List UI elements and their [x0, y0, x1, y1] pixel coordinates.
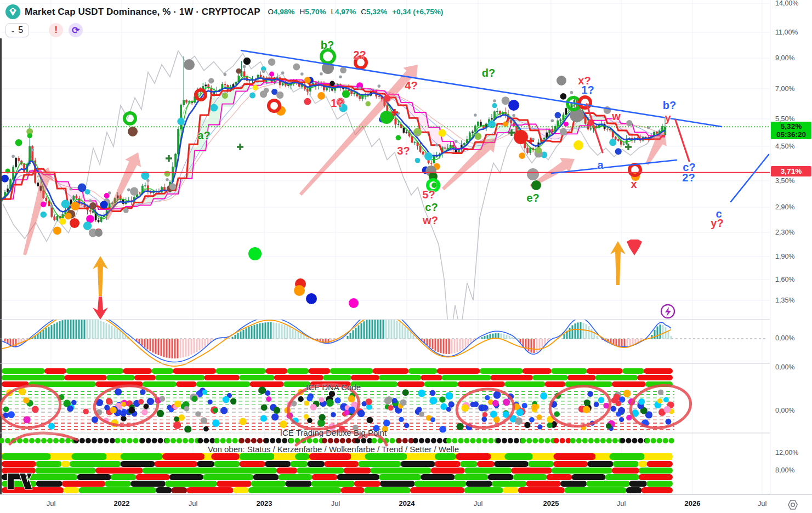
macd-pane [0, 309, 768, 366]
y-axis-tick: 4,50% [775, 142, 794, 150]
price-level-tag: 3,71% [771, 166, 811, 176]
bottom-legend-text: Von oben: Status / Kerzenfarbe / Wolkenf… [208, 444, 459, 454]
wave-label-x[interactable]: x [631, 178, 637, 191]
symbol-header: Market Cap USDT Dominance, % · 1W · CRYP… [5, 4, 443, 19]
close-value: 5,32% [366, 8, 387, 16]
price-axis[interactable]: 14,00%11,00%9,00%7,00%5,50%4,50%3,50%2,9… [770, 0, 812, 494]
x-axis-year-label: 2023 [257, 499, 272, 508]
cryptocap-logo-icon [5, 4, 20, 19]
open-value: 4,98% [274, 8, 294, 16]
x-axis-month-label: Jul [758, 499, 767, 508]
x-axis-year-label: 2025 [543, 499, 559, 508]
wave-label-cq[interactable]: c? [425, 201, 438, 214]
wave-label-w[interactable]: w [612, 110, 621, 123]
wave-label-y[interactable]: y [665, 112, 671, 124]
y-axis-tick: 1,60% [775, 276, 794, 283]
tradingview-chart-window: a?b?2?1?4?3?d?5?c?w?e?x?1?wyb?ac?2?xcy? … [0, 0, 812, 513]
y-axis-tick: 11,00% [775, 29, 798, 36]
open-label: O [268, 8, 274, 16]
y-axis-tick: 8,00% [775, 466, 794, 474]
x-axis-year-label: 2026 [685, 499, 701, 508]
drawn-arrow-icon[interactable] [105, 152, 141, 220]
y-axis-tick: 3,50% [775, 177, 794, 185]
y-axis-tick: 0,00% [775, 334, 794, 342]
refresh-icon[interactable]: ⟳ [69, 23, 83, 37]
y-axis-tick: 1,35% [775, 297, 794, 304]
high-label: H [299, 8, 305, 16]
x-axis-month-label: Jul [331, 499, 340, 508]
chart-left-edge [0, 38, 2, 494]
up-arrow-icon[interactable] [93, 256, 108, 296]
y-axis-tick: 0,00% [775, 363, 794, 371]
main-chart-canvas[interactable] [0, 0, 812, 513]
x-axis-month-label: Jul [474, 499, 483, 508]
x-axis-month-label: Jul [617, 499, 626, 508]
wave-label-dq[interactable]: d? [482, 67, 495, 79]
wave-label-aq[interactable]: a? [197, 129, 210, 142]
wave-label-4q[interactable]: 4? [405, 79, 417, 92]
y-axis-tick: 7,00% [775, 85, 794, 93]
close-label: C [361, 8, 366, 16]
red-projection-line [675, 120, 689, 161]
y-axis-tick: 14,00% [775, 0, 798, 7]
down-pennant-icon[interactable] [627, 240, 642, 255]
wave-label-1q[interactable]: 1? [581, 84, 594, 96]
wave-label-bq[interactable]: b? [663, 99, 676, 112]
wave-label-wq[interactable]: w? [423, 214, 438, 227]
lightning-icon[interactable] [661, 305, 674, 318]
wave-label-a[interactable]: a [597, 159, 603, 172]
bar-countdown: 05:36:20 [771, 130, 811, 139]
y-axis-tick: 2,30% [775, 229, 794, 236]
trendline [731, 155, 769, 202]
indicator-row: ⌄ 5 ! ⟳ [5, 23, 83, 37]
interval-value: 5 [18, 25, 23, 35]
low-label: L [331, 8, 335, 16]
wave-label-yq[interactable]: y? [711, 217, 723, 230]
dna-pane-title: ICE DNA Code [306, 383, 361, 392]
level-price-value: 3,71% [771, 167, 811, 175]
drawn-arrow-icon[interactable] [23, 167, 54, 255]
up-arrow-icon[interactable] [610, 241, 626, 285]
y-axis-tick: 12,00% [775, 449, 798, 457]
down-arrow-icon[interactable] [93, 297, 108, 320]
wave-label-bq[interactable]: b? [321, 39, 334, 52]
x-axis-month-label: Jul [47, 499, 56, 508]
wave-label-eq[interactable]: e? [526, 192, 539, 204]
symbol-title[interactable]: Market Cap USDT Dominance, % · 1W · CRYP… [25, 7, 260, 18]
x-axis-year-label: 2024 [399, 499, 415, 508]
current-price-value: 5,32% [771, 122, 811, 130]
y-axis-tick: 1,90% [775, 253, 794, 260]
wave-label-2q[interactable]: 2? [353, 49, 366, 61]
axis-settings-icon[interactable] [786, 498, 799, 511]
ohlc-values: O4,98% H5,70% L4,97% C5,32% +0,34 (+6,75… [268, 8, 444, 16]
y-axis-tick: 2,90% [775, 203, 794, 211]
y-axis-tick: 0,00% [775, 407, 794, 414]
time-axis[interactable]: Jul2022Jul2023Jul2024Jul2025Jul2026Jul [0, 494, 812, 513]
y-axis-tick: 9,00% [775, 54, 794, 62]
x-axis-year-label: 2022 [114, 499, 130, 508]
low-value: 4,97% [335, 8, 356, 16]
wave-label-3q[interactable]: 3? [397, 145, 410, 157]
high-value: 5,70% [305, 8, 326, 16]
big-point-pane-title: ICE Trading Deluxe Big Point [280, 428, 387, 437]
x-axis-month-label: Jul [189, 499, 198, 508]
chevron-down-icon: ⌄ [10, 27, 15, 34]
wave-label-5q[interactable]: 5? [422, 189, 435, 201]
current-price-tag: 5,32% 05:36:20 [771, 122, 811, 139]
change-value: +0,34 (+6,75%) [392, 8, 443, 16]
interval-dropdown[interactable]: ⌄ 5 [5, 23, 29, 37]
wave-label-1q[interactable]: 1? [331, 97, 343, 110]
alert-icon[interactable]: ! [49, 23, 63, 37]
wave-label-2q[interactable]: 2? [682, 172, 695, 184]
